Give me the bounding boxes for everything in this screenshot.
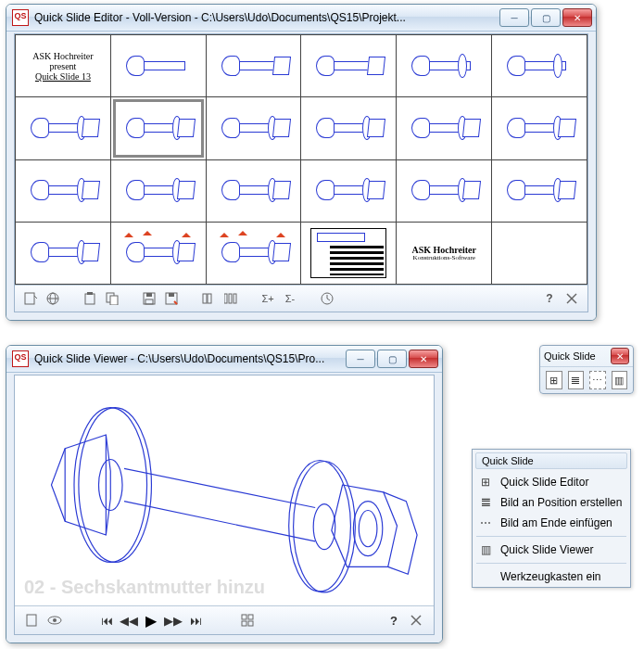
thumb-5[interactable] [397,35,492,97]
thumb-10[interactable] [301,97,397,159]
menu-item-werkzeug[interactable]: Werkzeugkasten ein [473,566,630,587]
menu-item-bildpos[interactable]: 𝌆 Bild an Position erstellen [473,492,630,513]
strip-icon[interactable]: ▥ [612,371,628,389]
thumb-15[interactable] [206,159,301,222]
zoom-plus-button[interactable]: Σ+ [258,288,278,309]
svg-rect-41 [242,621,246,626]
distribute-button[interactable] [221,288,241,309]
paste-button[interactable] [80,288,100,309]
float-title: Quick Slide [544,350,611,362]
svg-rect-10 [146,293,152,297]
editor-titlebar[interactable]: QS Quick Slide Editor - Voll-Version - C… [6,5,596,32]
menu-item-bildende[interactable]: ⋯ Bild am Ende einfügen [473,513,630,533]
thumb-19[interactable] [16,222,111,284]
append-icon: ⋯ [478,515,493,530]
close-button[interactable]: ✕ [562,8,592,27]
viewer-titlebar[interactable]: QS Quick Slide Viewer - C:\Users\Udo\Doc… [6,346,442,373]
slide-caption-watermark: 02 - Sechskantmutter hinzu [24,577,265,598]
menu-separator [476,563,626,564]
globe-button[interactable] [43,288,63,309]
svg-rect-5 [85,294,95,304]
thumb-intro[interactable]: ASK Hochreiter present Quick Slide 13 [16,35,111,97]
thumb-7[interactable] [16,97,111,159]
thumb-21-arrows[interactable] [206,222,301,284]
thumb-16[interactable] [301,159,397,222]
row-icon[interactable]: ⋯ [589,371,606,389]
thumb-empty[interactable] [492,222,587,284]
thumbnail-grid[interactable]: ASK Hochreiter present Quick Slide 13 [15,34,587,285]
thumb-3[interactable] [206,35,301,97]
help-button[interactable]: ? [539,288,560,309]
zoom-minus-button[interactable]: Σ- [280,288,300,309]
thumb-9[interactable] [206,97,301,159]
column-icon[interactable]: 𝌆 [568,371,585,389]
new-slide-button[interactable] [20,288,41,309]
maximize-button[interactable]: ▢ [377,350,407,368]
first-button[interactable]: ⏮ [96,610,117,630]
editor-toolbar: Σ+ Σ- ? [15,285,587,312]
svg-point-32 [294,461,356,592]
thumb-11[interactable] [397,97,492,159]
svg-rect-36 [27,615,36,626]
svg-line-21 [327,299,330,300]
svg-point-35 [359,510,377,546]
maximize-button[interactable]: ▢ [531,8,561,27]
column-icon: 𝌆 [478,495,493,510]
prev-button[interactable]: ◀◀ [119,610,139,630]
grid-button[interactable] [237,610,258,630]
menu-header: Quick Slide [475,452,627,469]
thumb-4[interactable] [301,35,397,97]
svg-rect-18 [234,294,236,303]
svg-rect-16 [224,294,227,303]
exit-button[interactable] [562,288,582,309]
svg-point-31 [289,460,351,591]
last-button[interactable]: ⏭ [185,610,206,630]
editor-title: Quick Slide Editor - Voll-Version - C:\U… [34,11,494,24]
thumb-outro[interactable]: ASK Hochreiter Konstruktions-Software [397,222,492,284]
clock-button[interactable] [317,288,337,309]
eye-button[interactable] [44,610,65,630]
app-icon: QS [12,350,29,367]
app-icon: QS [12,9,29,26]
thumb-8-selected[interactable] [110,97,206,159]
viewer-window: QS Quick Slide Viewer - C:\Users\Udo\Doc… [6,345,443,643]
svg-rect-42 [248,621,253,626]
thumb-18[interactable] [492,159,587,222]
close-button[interactable]: ✕ [611,348,629,364]
next-button[interactable]: ▶▶ [163,610,183,630]
thumb-14[interactable] [110,159,206,222]
quickslide-float-toolbar[interactable]: Quick Slide ✕ ⊞ 𝌆 ⋯ ▥ [539,345,634,394]
viewer-canvas[interactable]: 02 - Sechskantmutter hinzu [15,375,434,605]
thumb-13[interactable] [16,159,111,222]
menu-separator [476,536,626,537]
minimize-button[interactable]: ─ [499,8,529,27]
thumb-20-arrows[interactable] [110,222,206,284]
thumb-6[interactable] [492,35,587,97]
menu-item-label: Werkzeugkasten ein [500,570,601,583]
blank-icon [478,569,493,584]
grid-icon: ⊞ [478,475,493,490]
copy-button[interactable] [102,288,122,309]
minimize-button[interactable]: ─ [346,350,375,368]
play-button[interactable]: ▶ [141,610,161,630]
svg-rect-8 [110,296,118,305]
help-button[interactable]: ? [384,610,404,630]
menu-item-viewer[interactable]: ▥ Quick Slide Viewer [473,540,630,560]
save-button[interactable] [139,288,159,309]
bolt-assembly-drawing [24,385,424,604]
saveas-button[interactable] [161,288,182,309]
viewer-toolbar: ⏮ ◀◀ ▶ ▶▶ ⏭ ? [15,605,434,634]
menu-item-editor[interactable]: ⊞ Quick Slide Editor [473,472,630,492]
svg-rect-39 [242,615,246,619]
grid-icon[interactable]: ⊞ [546,371,562,389]
thumb-2[interactable] [110,35,206,97]
new-button[interactable] [22,610,43,630]
thumb-12[interactable] [492,97,587,159]
thumb-17[interactable] [397,159,492,222]
close-button[interactable]: ✕ [409,350,438,368]
align-button[interactable] [198,288,219,309]
svg-point-38 [53,618,57,622]
svg-rect-14 [203,294,207,303]
thumb-22-drawing[interactable] [301,222,397,284]
exit-button[interactable] [406,610,426,630]
